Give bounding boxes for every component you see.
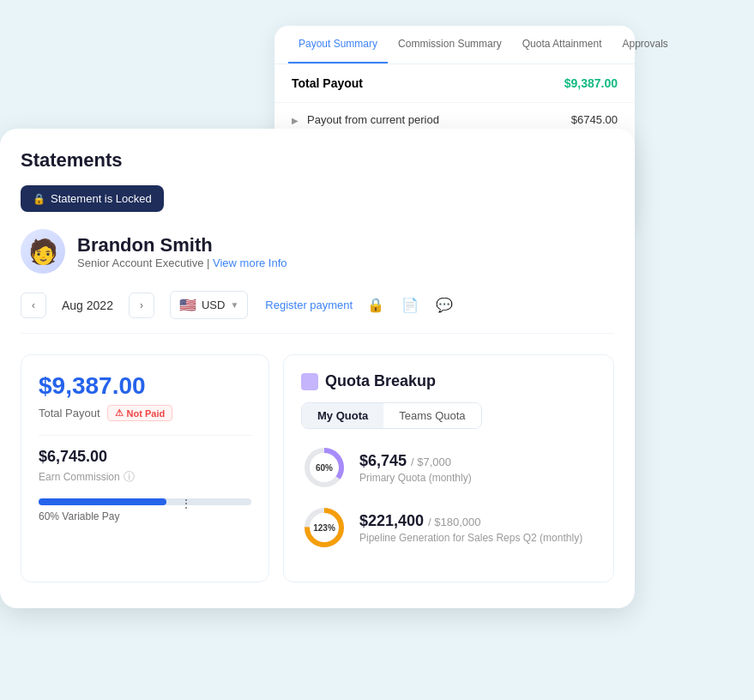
quota-amount-1: $221,400 / $180,000 xyxy=(359,512,582,530)
user-section: 🧑 Brandon Smith Senior Account Executive… xyxy=(21,229,614,274)
quota-panel: Quota Breakup My Quota Teams Quota 60% xyxy=(283,354,614,582)
earn-amount: $6,745.00 xyxy=(39,448,251,466)
chevron-down-icon: ▼ xyxy=(230,300,238,310)
quota-item-info-0: $6,745 / $7,000 Primary Quota (monthly) xyxy=(359,452,472,484)
quota-icon xyxy=(301,373,318,390)
period-label: Aug 2022 xyxy=(55,295,120,316)
quota-target-0: / $7,000 xyxy=(411,456,451,468)
donut-label-1: 123% xyxy=(313,523,335,533)
info-icon: ⓘ xyxy=(124,469,135,485)
panel-total-amount: $9,387.00 xyxy=(39,372,251,400)
view-more-link[interactable]: View more Info xyxy=(213,256,287,269)
quota-tabs: My Quota Teams Quota xyxy=(301,402,482,429)
prev-period-button[interactable]: ‹ xyxy=(21,293,46,318)
avatar-emoji: 🧑 xyxy=(28,238,58,266)
next-period-button[interactable]: › xyxy=(129,293,154,318)
quota-item-0: 60% $6,745 / $7,000 Primary Quota (month… xyxy=(301,444,596,491)
tab-teams-quota[interactable]: Teams Quota xyxy=(383,403,480,428)
progress-bar-fill xyxy=(39,498,166,505)
tab-quota-attainment[interactable]: Quota Attainment xyxy=(512,26,612,63)
total-payout-label: Total Payout xyxy=(292,76,363,90)
avatar: 🧑 xyxy=(21,229,65,274)
quota-item-info-1: $221,400 / $180,000 Pipeline Generation … xyxy=(359,512,582,544)
progress-dots: ⋮ xyxy=(180,497,192,510)
user-info: Brandon Smith Senior Account Executive |… xyxy=(77,234,287,269)
message-icon[interactable]: 💬 xyxy=(431,293,457,318)
quota-name-0: Primary Quota (monthly) xyxy=(359,472,472,484)
not-paid-badge: ⚠ Not Paid xyxy=(107,405,173,421)
locked-label: Statement is Locked xyxy=(51,192,152,205)
tab-my-quota[interactable]: My Quota xyxy=(302,403,383,428)
register-payment-button[interactable]: Register payment xyxy=(263,293,354,317)
statements-card: Statements 🔒 Statement is Locked 🧑 Brand… xyxy=(0,129,635,608)
progress-bar-container: ⋮ xyxy=(39,498,251,505)
donut-label-0: 60% xyxy=(316,463,333,473)
statements-title: Statements xyxy=(21,149,614,172)
earn-label: Earn Commission ⓘ xyxy=(39,469,251,485)
tab-payout-summary[interactable]: Payout Summary xyxy=(288,26,388,63)
payout-tabs: Payout Summary Commission Summary Quota … xyxy=(274,26,635,64)
warning-icon: ⚠ xyxy=(115,407,124,419)
chevron-icon-0: ▶ xyxy=(292,116,299,125)
flag-icon: 🇺🇸 xyxy=(179,297,196,313)
main-container: Payout Summary Commission Summary Quota … xyxy=(0,0,754,700)
quota-item-1: 123% $221,400 / $180,000 Pipeline Genera… xyxy=(301,504,596,551)
progress-label: 60% Variable Pay xyxy=(39,510,251,522)
donut-chart-1: 123% xyxy=(301,504,347,551)
lock-toolbar-icon[interactable]: 🔒 xyxy=(363,293,389,318)
lock-icon: 🔒 xyxy=(33,193,45,205)
tab-commission-summary[interactable]: Commission Summary xyxy=(388,26,512,63)
role-text: Senior Account Executive xyxy=(77,256,203,269)
panel-total-label: Total Payout ⚠ Not Paid xyxy=(39,405,251,421)
item-amount-0: $6745.00 xyxy=(571,113,618,126)
quota-title: Quota Breakup xyxy=(301,372,596,390)
quota-amount-0: $6,745 / $7,000 xyxy=(359,452,472,470)
total-payout-amount: $9,387.00 xyxy=(564,76,618,90)
earn-commission-section: $6,745.00 Earn Commission ⓘ xyxy=(39,435,251,485)
currency-label: USD xyxy=(202,299,225,311)
quota-target-1: / $180,000 xyxy=(428,516,480,528)
tab-approvals[interactable]: Approvals xyxy=(612,26,678,63)
item-title-0: Payout from current period xyxy=(307,113,571,126)
currency-selector[interactable]: 🇺🇸 USD ▼ xyxy=(170,291,248,319)
export-icon[interactable]: 📄 xyxy=(397,293,423,318)
user-role: Senior Account Executive | View more Inf… xyxy=(77,256,287,269)
progress-section: ⋮ 60% Variable Pay xyxy=(39,498,251,522)
not-paid-label: Not Paid xyxy=(127,408,166,419)
locked-badge: 🔒 Statement is Locked xyxy=(21,185,164,212)
bottom-panels: $9,387.00 Total Payout ⚠ Not Paid $6,745… xyxy=(21,354,614,582)
quota-name-1: Pipeline Generation for Sales Reps Q2 (m… xyxy=(359,532,582,544)
total-payout-row: Total Payout $9,387.00 xyxy=(274,64,635,102)
role-separator: | xyxy=(207,256,213,269)
donut-chart-0: 60% xyxy=(301,444,347,491)
toolbar: ‹ Aug 2022 › 🇺🇸 USD ▼ Register payment 🔒… xyxy=(21,291,614,334)
payout-summary-panel: $9,387.00 Total Payout ⚠ Not Paid $6,745… xyxy=(21,354,269,582)
user-name: Brandon Smith xyxy=(77,234,287,256)
